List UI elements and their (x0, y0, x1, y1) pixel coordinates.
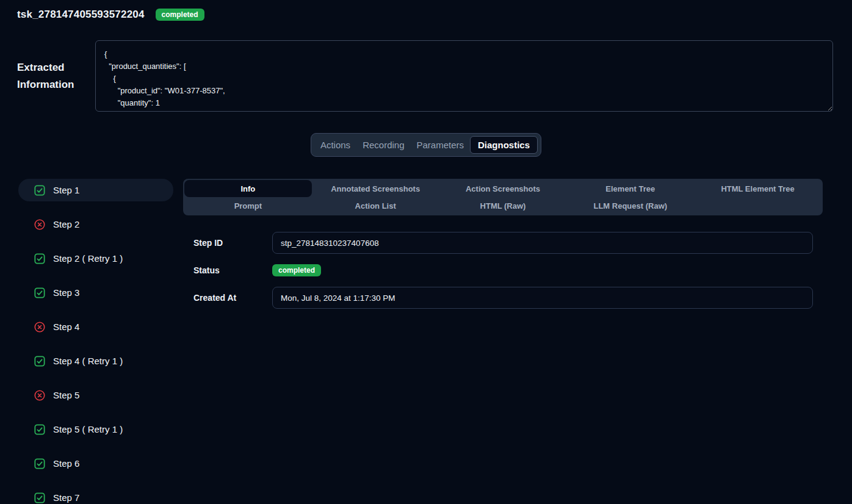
check-square-icon (34, 287, 45, 298)
content-area: Step 1 Step 2 Step (18, 179, 823, 504)
extracted-info-textarea[interactable]: { "product_quantities": [ { "product_id"… (95, 40, 833, 112)
step-label: Step 5 ( Retry 1 ) (53, 424, 123, 434)
step-item-step-2-retry-1[interactable]: Step 2 ( Retry 1 ) (18, 247, 173, 270)
check-square-icon (34, 424, 45, 435)
step-label: Step 6 (53, 458, 79, 469)
main-tab-diagnostics[interactable]: Diagnostics (470, 136, 538, 154)
main-tab-actions[interactable]: Actions (314, 136, 356, 154)
step-item-step-4-retry-1[interactable]: Step 4 ( Retry 1 ) (18, 350, 173, 372)
step-item-step-7[interactable]: Step 7 (18, 486, 173, 504)
detail-tab-action-list[interactable]: Action List (312, 197, 439, 214)
step-id-row: Step ID (193, 232, 813, 254)
detail-tab-llm-request-raw[interactable]: LLM Request (Raw) (566, 197, 694, 214)
extracted-info-label: Extracted Information (17, 59, 95, 93)
detail-tab-annotated-screenshots[interactable]: Annotated Screenshots (312, 180, 439, 197)
created-at-label: Created At (193, 293, 272, 303)
step-detail-panel: InfoAnnotated ScreenshotsAction Screensh… (183, 179, 823, 319)
x-circle-icon (34, 322, 45, 333)
status-label: Status (193, 265, 272, 275)
step-status-badge: completed (272, 264, 321, 276)
task-status-badge: completed (156, 9, 204, 21)
step-item-step-3[interactable]: Step 3 (18, 281, 173, 304)
detail-tab-element-tree[interactable]: Element Tree (566, 180, 694, 197)
detail-tab-prompt[interactable]: Prompt (184, 197, 312, 214)
step-label: Step 4 (53, 322, 79, 332)
check-square-icon (34, 253, 45, 264)
step-label: Step 2 (53, 219, 79, 229)
step-item-step-5-retry-1[interactable]: Step 5 ( Retry 1 ) (18, 418, 173, 441)
step-label: Step 5 (53, 390, 79, 400)
step-label: Step 3 (53, 287, 79, 298)
check-square-icon (34, 458, 45, 469)
check-square-icon (34, 185, 45, 196)
check-square-icon (34, 356, 45, 367)
main-tab-parameters[interactable]: Parameters (411, 136, 471, 154)
detail-tab-html-element-tree[interactable]: HTML Element Tree (694, 180, 821, 197)
header: tsk_278147405593572204 completed (0, 0, 852, 21)
step-label: Step 1 (53, 185, 79, 195)
detail-tab-bar: InfoAnnotated ScreenshotsAction Screensh… (183, 179, 823, 215)
extracted-info-row: Extracted Information { "product_quantit… (17, 40, 833, 112)
created-at-row: Created At (193, 287, 813, 309)
step-label: Step 7 (53, 492, 79, 503)
detail-tab-html-raw[interactable]: HTML (Raw) (439, 197, 567, 214)
main-tab-bar: ActionsRecordingParametersDiagnostics (311, 133, 541, 157)
detail-tab-info[interactable]: Info (184, 180, 312, 197)
task-id-title: tsk_278147405593572204 (17, 9, 145, 21)
step-list: Step 1 Step 2 Step (18, 179, 173, 504)
step-id-input[interactable] (272, 232, 813, 254)
detail-tab-action-screenshots[interactable]: Action Screenshots (439, 180, 567, 197)
step-id-label: Step ID (193, 238, 272, 248)
step-item-step-5[interactable]: Step 5 (18, 384, 173, 406)
step-item-step-1[interactable]: Step 1 (18, 179, 173, 201)
status-row: Status completed (193, 264, 813, 276)
step-label: Step 4 ( Retry 1 ) (53, 356, 123, 366)
step-item-step-6[interactable]: Step 6 (18, 452, 173, 475)
step-item-step-2[interactable]: Step 2 (18, 213, 173, 236)
step-label: Step 2 ( Retry 1 ) (53, 253, 123, 264)
check-square-icon (34, 492, 45, 503)
step-item-step-4[interactable]: Step 4 (18, 315, 173, 338)
x-circle-icon (34, 219, 45, 230)
x-circle-icon (34, 390, 45, 401)
info-form: Step ID Status completed Created At (183, 215, 823, 309)
created-at-input[interactable] (272, 287, 813, 309)
main-tab-recording[interactable]: Recording (356, 136, 410, 154)
